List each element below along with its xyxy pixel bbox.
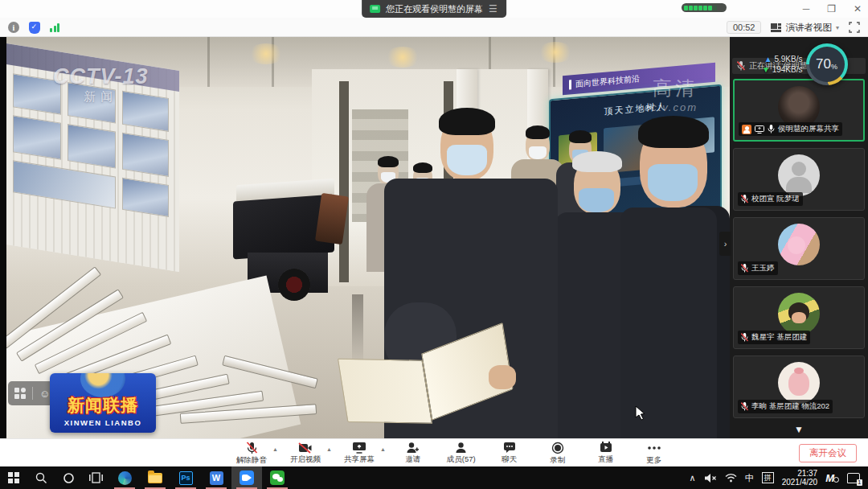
- live-stream-button[interactable]: 直播: [583, 440, 628, 467]
- presenter-badge-icon: [742, 125, 751, 134]
- participant-tile[interactable]: 校团宣 阮梦珺: [733, 148, 865, 211]
- members-icon: [455, 442, 467, 454]
- taskbar-app-file-explorer[interactable]: [140, 466, 170, 489]
- meeting-control-bar: 解除静音 ▲ 开启视频 ▲ 共享屏幕 ▲ 邀请 成员(57) 聊天 录制: [0, 438, 868, 466]
- minimize-button[interactable]: ─: [803, 4, 810, 14]
- unmute-button[interactable]: 解除静音: [229, 440, 274, 467]
- layout-grid-icon[interactable]: [14, 388, 26, 399]
- screen-share-banner[interactable]: 您正在观看侯明慧的屏幕 ☰: [362, 0, 506, 18]
- clock-time: 21:37: [782, 469, 818, 478]
- action-center-icon[interactable]: 1: [847, 473, 860, 483]
- taskbar-app-edge[interactable]: [109, 466, 140, 489]
- chandelier: [384, 47, 421, 68]
- tray-chevron-icon[interactable]: ∧: [690, 473, 696, 483]
- participant-name: 王玉婷: [751, 263, 775, 273]
- window-controls: ─ ❐ ✕: [803, 0, 862, 18]
- more-button[interactable]: 更多: [632, 440, 677, 467]
- muted-mic-icon: [741, 264, 748, 273]
- taskbar-app-wps[interactable]: W: [201, 466, 231, 489]
- view-mode-selector[interactable]: 演讲者视图 ▾: [771, 22, 839, 34]
- chandelier: [248, 43, 285, 64]
- participant-tile[interactable]: 魏星宇 基层团建: [733, 286, 865, 349]
- notification-badge: 1: [857, 479, 862, 486]
- mic-options-arrow[interactable]: ▲: [272, 446, 278, 452]
- cpu-gauge: 70%: [806, 43, 848, 85]
- camera-off-icon: [298, 442, 313, 454]
- logo-english-text: XINWEN LIANBO: [50, 418, 156, 427]
- shared-screen-video[interactable]: 面向世界科技前沿 顶天立地树人: [6, 37, 730, 438]
- maximize-button[interactable]: ❐: [827, 4, 836, 14]
- chandelier: [537, 42, 574, 63]
- emoji-icon[interactable]: ☺: [39, 388, 50, 400]
- meeting-security-icon[interactable]: [29, 22, 40, 34]
- meeting-timer: 00:52: [727, 21, 762, 34]
- close-button[interactable]: ✕: [854, 4, 862, 14]
- avatar-default: [778, 154, 820, 196]
- avatar: [778, 224, 820, 265]
- share-options-arrow[interactable]: ▲: [380, 446, 386, 452]
- ime-mode-indicator[interactable]: 拼: [762, 472, 774, 483]
- network-signal-icon[interactable]: [50, 23, 59, 32]
- chat-icon: [503, 442, 516, 454]
- participant-name: 魏星宇 基层团建: [751, 332, 807, 343]
- share-screen-button[interactable]: 共享屏幕: [337, 440, 382, 467]
- ime-tool-icon[interactable]: M: [825, 472, 839, 484]
- task-view-icon[interactable]: [82, 466, 109, 489]
- avatar: [778, 293, 820, 335]
- invite-button[interactable]: 邀请: [391, 440, 436, 467]
- participant-name: 校团宣 阮梦珺: [751, 194, 800, 204]
- video-options-arrow[interactable]: ▲: [326, 446, 332, 452]
- banner-menu-icon[interactable]: ☰: [489, 3, 498, 14]
- taskbar-app-wechat[interactable]: [262, 466, 293, 489]
- cortana-icon[interactable]: [55, 466, 82, 489]
- taskbar-app-meeting[interactable]: [231, 466, 262, 489]
- exhibit-banner-text: 面向世界科技前沿: [575, 73, 640, 90]
- view-mode-label: 演讲者视图: [785, 22, 832, 34]
- sidebar-collapse-handle[interactable]: ›: [719, 232, 731, 256]
- participant-tile[interactable]: 李晌 基层团建 物流202: [733, 355, 865, 418]
- hd-watermark: 高清 cctv.com: [645, 76, 698, 113]
- muted-mic-icon: [741, 195, 748, 203]
- live-icon: [600, 442, 612, 454]
- screen-share-banner-text: 您正在观看侯明慧的屏幕: [386, 3, 483, 15]
- battery-indicator: [682, 3, 727, 12]
- screen-share-icon: [755, 125, 764, 134]
- window-titlebar: 您正在观看侯明慧的屏幕 ☰ ─ ❐ ✕: [0, 0, 868, 18]
- scroll-down-arrow[interactable]: ▼: [794, 424, 804, 435]
- participant-name: 侯明慧的屏幕共享: [778, 124, 839, 134]
- avatar: [778, 362, 820, 404]
- muted-mic-icon: [246, 442, 258, 454]
- upload-speed: 5.9KB/s: [774, 55, 802, 64]
- volume-muted-icon[interactable]: [704, 473, 717, 483]
- start-video-button[interactable]: 开启视频: [283, 440, 328, 467]
- more-dots-icon: [647, 442, 661, 454]
- ime-language-indicator[interactable]: 中: [745, 472, 754, 484]
- wifi-icon[interactable]: [725, 473, 737, 483]
- muted-mic-icon: [741, 333, 748, 342]
- leave-meeting-button[interactable]: 离开会议: [799, 444, 857, 462]
- participant-tile[interactable]: 王玉婷: [733, 217, 865, 280]
- fullscreen-icon[interactable]: [849, 22, 860, 33]
- screen-share-icon: [370, 5, 380, 13]
- start-button[interactable]: [0, 466, 27, 489]
- cctv13-watermark: CCTV-13 新闻: [53, 66, 149, 102]
- download-speed: 194KB/s: [772, 65, 803, 74]
- mic-icon: [768, 125, 775, 134]
- participant-tile[interactable]: 侯明慧的屏幕共享: [733, 79, 865, 142]
- windows-taskbar: Ps W ∧ 中 拼 21:37 2021/4/20 M 1: [0, 466, 868, 489]
- meeting-main-area: 面向世界科技前沿 顶天立地树人: [0, 37, 868, 438]
- members-button[interactable]: 成员(57): [439, 440, 484, 467]
- speaker-view-icon: [771, 23, 781, 32]
- hand: [489, 365, 516, 389]
- door-frame: [339, 81, 349, 282]
- search-icon[interactable]: [27, 466, 55, 489]
- logo-chinese-text: 新闻联播: [50, 394, 156, 417]
- meeting-viewbar: i 00:52 演讲者视图 ▾: [0, 18, 868, 37]
- record-button[interactable]: 录制: [535, 440, 580, 467]
- taskbar-app-photoshop[interactable]: Ps: [170, 466, 201, 489]
- meeting-info-icon[interactable]: i: [8, 22, 19, 33]
- clock-date: 2021/4/20: [782, 478, 818, 487]
- system-clock[interactable]: 21:37 2021/4/20: [782, 469, 818, 487]
- chat-button[interactable]: 聊天: [487, 440, 532, 467]
- muted-mic-icon: [741, 402, 748, 411]
